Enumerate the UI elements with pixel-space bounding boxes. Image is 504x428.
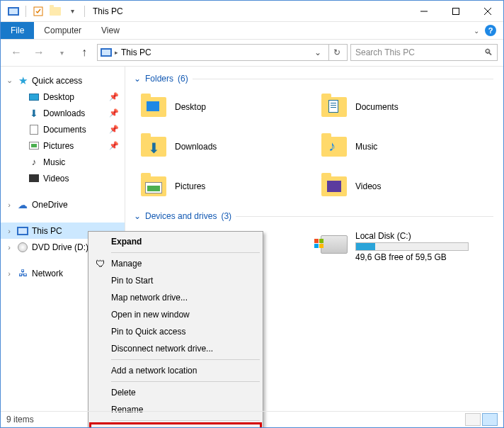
svg-rect-2 — [452, 8, 459, 14]
ribbon: File Computer View ⌄ ? — [1, 22, 503, 40]
close-button[interactable] — [471, 1, 503, 22]
folder-documents[interactable]: Documents — [314, 91, 495, 130]
chevron-down-icon: ⌄ — [134, 211, 141, 221]
pin-icon: 📌 — [109, 125, 119, 134]
navigation-bar: ← → ▾ ↑ ▸ This PC ⌄ ↻ Search This PC 🔍︎ — [1, 40, 503, 65]
view-details-button[interactable] — [465, 413, 481, 426]
status-item-count: 9 items — [6, 415, 34, 424]
pin-icon: 📌 — [109, 108, 119, 118]
pin-icon: 📌 — [109, 141, 119, 150]
tree-qa-downloads[interactable]: ⬇ Downloads📌 — [1, 105, 125, 121]
menu-map-drive[interactable]: Map network drive... — [90, 289, 261, 306]
tab-computer[interactable]: Computer — [34, 22, 91, 39]
drive-label: Local Disk (C:) — [355, 231, 469, 241]
quick-access-toolbar: ▾ — [6, 4, 87, 18]
location-icon — [101, 48, 112, 57]
address-bar[interactable]: ▸ This PC ⌄ ↻ — [97, 44, 348, 61]
tree-onedrive[interactable]: ›☁ OneDrive — [1, 196, 125, 213]
menu-open-new-window[interactable]: Open in new window — [90, 306, 261, 323]
pin-icon: 📌 — [109, 92, 119, 101]
tree-qa-music[interactable]: ♪ Music — [1, 154, 125, 170]
tree-qa-pictures[interactable]: Pictures📌 — [1, 137, 125, 154]
folder-downloads[interactable]: ⬇ Downloads — [134, 130, 314, 170]
group-folders[interactable]: ⌄ Folders (6) — [134, 74, 503, 84]
capacity-bar — [355, 242, 469, 251]
shield-icon: 🛡 — [94, 257, 107, 270]
context-menu: Expand 🛡Manage Pin to Start Map network … — [88, 231, 263, 428]
tree-quick-access[interactable]: ⌄★ Quick access — [1, 72, 125, 89]
menu-expand[interactable]: Expand — [90, 233, 261, 250]
back-button[interactable]: ← — [6, 43, 26, 62]
search-input[interactable]: Search This PC 🔍︎ — [350, 44, 498, 61]
menu-manage[interactable]: 🛡Manage — [90, 255, 261, 272]
address-dropdown-icon[interactable]: ⌄ — [310, 47, 326, 57]
menu-delete[interactable]: Delete — [90, 384, 261, 401]
menu-disconnect-drive[interactable]: Disconnect network drive... — [90, 340, 261, 357]
qat-properties-icon[interactable] — [31, 4, 45, 18]
ribbon-expand-icon[interactable]: ⌄ — [474, 27, 479, 35]
search-icon: 🔍︎ — [484, 47, 493, 57]
drive-freespace: 49,6 GB free of 59,5 GB — [355, 252, 469, 262]
menu-pin-start[interactable]: Pin to Start — [90, 272, 261, 289]
app-icon[interactable] — [6, 4, 21, 18]
qat-newfolder-icon[interactable] — [48, 4, 62, 18]
folder-music[interactable]: ♪ Music — [314, 130, 495, 170]
status-bar: 9 items — [1, 411, 503, 427]
titlebar: ▾ This PC — [1, 1, 503, 22]
recent-locations-button[interactable]: ▾ — [52, 43, 71, 62]
qat-customize-icon[interactable]: ▾ — [65, 4, 79, 18]
window-title: This PC — [93, 6, 123, 16]
address-text: This PC — [121, 47, 151, 57]
minimize-button[interactable] — [408, 1, 440, 22]
folder-videos[interactable]: Videos — [314, 170, 495, 210]
folder-pictures[interactable]: Pictures — [134, 170, 314, 210]
view-tiles-button[interactable] — [482, 413, 498, 426]
drive-c[interactable]: Local Disk (C:) 49,6 GB free of 59,5 GB — [314, 228, 495, 272]
up-button[interactable]: ↑ — [74, 43, 94, 62]
menu-pin-quick-access[interactable]: Pin to Quick access — [90, 323, 261, 340]
folder-desktop[interactable]: Desktop — [134, 91, 314, 130]
search-placeholder: Search This PC — [355, 47, 415, 57]
maximize-button[interactable] — [440, 1, 471, 22]
tree-qa-desktop[interactable]: Desktop📌 — [1, 89, 125, 105]
tree-qa-documents[interactable]: Documents📌 — [1, 121, 125, 137]
windows-icon — [314, 239, 324, 249]
refresh-button[interactable]: ↻ — [328, 45, 344, 60]
group-devices[interactable]: ⌄ Devices and drives (3) — [134, 211, 503, 221]
tab-file[interactable]: File — [1, 22, 34, 39]
menu-add-network-location[interactable]: Add a network location — [90, 362, 261, 379]
help-icon[interactable]: ? — [485, 25, 496, 36]
tab-view[interactable]: View — [91, 22, 130, 39]
tree-qa-videos[interactable]: Videos — [1, 170, 125, 186]
chevron-down-icon: ⌄ — [134, 74, 141, 84]
forward-button[interactable]: → — [29, 43, 49, 62]
